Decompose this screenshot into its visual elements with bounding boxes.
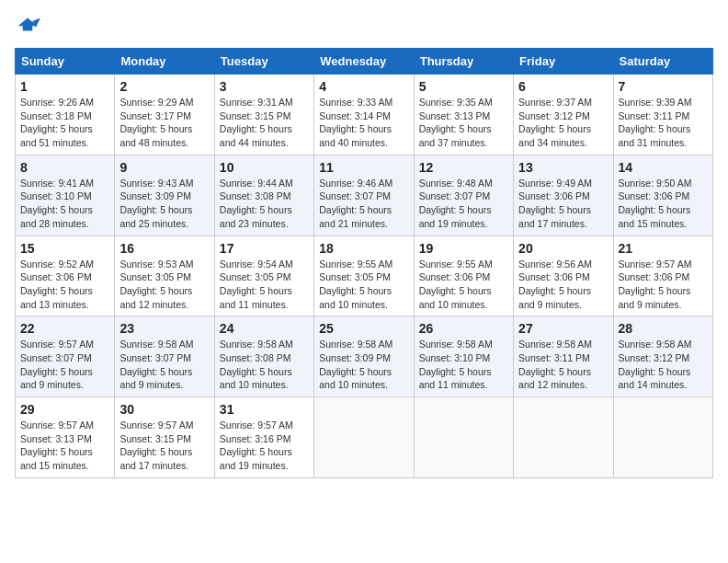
calendar-cell: 29Sunrise: 9:57 AMSunset: 3:13 PMDayligh… <box>16 397 115 478</box>
day-number: 12 <box>419 160 508 175</box>
day-info: Sunrise: 9:46 AMSunset: 3:07 PMDaylight:… <box>319 177 408 231</box>
day-info: Sunrise: 9:58 AMSunset: 3:08 PMDaylight:… <box>220 338 309 392</box>
day-info: Sunrise: 9:57 AMSunset: 3:15 PMDaylight:… <box>119 419 209 473</box>
calendar-cell: 22Sunrise: 9:57 AMSunset: 3:07 PMDayligh… <box>16 316 115 397</box>
calendar-cell: 21Sunrise: 9:57 AMSunset: 3:06 PMDayligh… <box>613 236 712 316</box>
day-info: Sunrise: 9:58 AMSunset: 3:11 PMDaylight:… <box>518 338 608 392</box>
day-number: 31 <box>220 402 309 417</box>
day-info: Sunrise: 9:58 AMSunset: 3:07 PMDaylight:… <box>119 338 209 392</box>
day-number: 18 <box>319 241 408 256</box>
day-number: 8 <box>20 160 109 175</box>
day-number: 7 <box>619 79 708 94</box>
calendar-cell <box>414 397 513 478</box>
day-info: Sunrise: 9:48 AMSunset: 3:07 PMDaylight:… <box>419 177 508 231</box>
calendar-body: 1Sunrise: 9:26 AMSunset: 3:18 PMDaylight… <box>16 75 713 478</box>
day-info: Sunrise: 9:57 AMSunset: 3:06 PMDaylight:… <box>619 258 708 312</box>
calendar-cell: 28Sunrise: 9:58 AMSunset: 3:12 PMDayligh… <box>613 316 712 397</box>
calendar-week-1: 1Sunrise: 9:26 AMSunset: 3:18 PMDaylight… <box>16 75 713 155</box>
calendar-cell: 16Sunrise: 9:53 AMSunset: 3:05 PMDayligh… <box>115 236 214 316</box>
day-info: Sunrise: 9:26 AMSunset: 3:18 PMDaylight:… <box>20 96 109 150</box>
calendar-cell: 20Sunrise: 9:56 AMSunset: 3:06 PMDayligh… <box>514 236 613 316</box>
calendar-cell: 25Sunrise: 9:58 AMSunset: 3:09 PMDayligh… <box>314 316 414 397</box>
day-number: 5 <box>419 79 508 94</box>
day-info: Sunrise: 9:29 AMSunset: 3:17 PMDaylight:… <box>119 96 209 150</box>
calendar-cell <box>514 397 613 478</box>
calendar-week-5: 29Sunrise: 9:57 AMSunset: 3:13 PMDayligh… <box>16 397 713 478</box>
day-info: Sunrise: 9:55 AMSunset: 3:06 PMDaylight:… <box>419 258 508 312</box>
calendar-cell: 9Sunrise: 9:43 AMSunset: 3:09 PMDaylight… <box>115 155 214 236</box>
day-number: 1 <box>20 79 109 94</box>
day-number: 22 <box>20 321 109 336</box>
calendar-cell <box>613 397 712 478</box>
calendar-cell: 4Sunrise: 9:33 AMSunset: 3:14 PMDaylight… <box>314 75 414 155</box>
day-info: Sunrise: 9:58 AMSunset: 3:10 PMDaylight:… <box>419 338 508 392</box>
day-info: Sunrise: 9:56 AMSunset: 3:06 PMDaylight:… <box>518 258 608 312</box>
day-number: 27 <box>518 321 608 336</box>
day-info: Sunrise: 9:58 AMSunset: 3:12 PMDaylight:… <box>619 338 708 392</box>
calendar-cell: 23Sunrise: 9:58 AMSunset: 3:07 PMDayligh… <box>115 316 214 397</box>
day-number: 17 <box>220 241 309 256</box>
calendar-cell: 27Sunrise: 9:58 AMSunset: 3:11 PMDayligh… <box>514 316 613 397</box>
calendar-header: SundayMondayTuesdayWednesdayThursdayFrid… <box>16 49 713 75</box>
day-number: 16 <box>119 241 209 256</box>
calendar-cell: 15Sunrise: 9:52 AMSunset: 3:06 PMDayligh… <box>16 236 115 316</box>
day-number: 30 <box>119 402 209 417</box>
day-info: Sunrise: 9:57 AMSunset: 3:13 PMDaylight:… <box>20 419 109 473</box>
calendar-cell: 18Sunrise: 9:55 AMSunset: 3:05 PMDayligh… <box>314 236 414 316</box>
svg-marker-1 <box>32 18 40 29</box>
calendar-cell: 26Sunrise: 9:58 AMSunset: 3:10 PMDayligh… <box>414 316 513 397</box>
calendar-table: SundayMondayTuesdayWednesdayThursdayFrid… <box>15 48 713 478</box>
day-info: Sunrise: 9:57 AMSunset: 3:07 PMDaylight:… <box>20 338 109 392</box>
logo <box>15 15 44 40</box>
calendar-cell: 19Sunrise: 9:55 AMSunset: 3:06 PMDayligh… <box>414 236 513 316</box>
calendar-cell: 10Sunrise: 9:44 AMSunset: 3:08 PMDayligh… <box>214 155 313 236</box>
day-number: 2 <box>119 79 209 94</box>
day-info: Sunrise: 9:44 AMSunset: 3:08 PMDaylight:… <box>220 177 309 231</box>
day-info: Sunrise: 9:43 AMSunset: 3:09 PMDaylight:… <box>119 177 209 231</box>
calendar-week-4: 22Sunrise: 9:57 AMSunset: 3:07 PMDayligh… <box>16 316 713 397</box>
calendar-week-2: 8Sunrise: 9:41 AMSunset: 3:10 PMDaylight… <box>16 155 713 236</box>
calendar-cell: 5Sunrise: 9:35 AMSunset: 3:13 PMDaylight… <box>414 75 513 155</box>
calendar-week-3: 15Sunrise: 9:52 AMSunset: 3:06 PMDayligh… <box>16 236 713 316</box>
day-info: Sunrise: 9:53 AMSunset: 3:05 PMDaylight:… <box>119 258 209 312</box>
day-number: 23 <box>119 321 209 336</box>
day-number: 15 <box>20 241 109 256</box>
day-number: 21 <box>619 241 708 256</box>
day-info: Sunrise: 9:50 AMSunset: 3:06 PMDaylight:… <box>619 177 708 231</box>
day-info: Sunrise: 9:57 AMSunset: 3:16 PMDaylight:… <box>220 419 309 473</box>
calendar-cell: 14Sunrise: 9:50 AMSunset: 3:06 PMDayligh… <box>613 155 712 236</box>
day-info: Sunrise: 9:41 AMSunset: 3:10 PMDaylight:… <box>20 177 109 231</box>
calendar-cell: 2Sunrise: 9:29 AMSunset: 3:17 PMDaylight… <box>115 75 214 155</box>
weekday-header-wednesday: Wednesday <box>314 49 414 75</box>
day-number: 9 <box>119 160 209 175</box>
calendar-cell: 24Sunrise: 9:58 AMSunset: 3:08 PMDayligh… <box>214 316 313 397</box>
weekday-header-saturday: Saturday <box>613 49 712 75</box>
weekday-row: SundayMondayTuesdayWednesdayThursdayFrid… <box>16 49 713 75</box>
day-info: Sunrise: 9:54 AMSunset: 3:05 PMDaylight:… <box>220 258 309 312</box>
day-info: Sunrise: 9:39 AMSunset: 3:11 PMDaylight:… <box>619 96 708 150</box>
logo-icon <box>15 15 40 40</box>
day-info: Sunrise: 9:49 AMSunset: 3:06 PMDaylight:… <box>518 177 608 231</box>
day-number: 4 <box>319 79 408 94</box>
day-number: 19 <box>419 241 508 256</box>
calendar-cell: 31Sunrise: 9:57 AMSunset: 3:16 PMDayligh… <box>214 397 313 478</box>
calendar-cell: 8Sunrise: 9:41 AMSunset: 3:10 PMDaylight… <box>16 155 115 236</box>
calendar-cell: 7Sunrise: 9:39 AMSunset: 3:11 PMDaylight… <box>613 75 712 155</box>
day-info: Sunrise: 9:55 AMSunset: 3:05 PMDaylight:… <box>319 258 408 312</box>
day-info: Sunrise: 9:58 AMSunset: 3:09 PMDaylight:… <box>319 338 408 392</box>
day-info: Sunrise: 9:35 AMSunset: 3:13 PMDaylight:… <box>419 96 508 150</box>
day-number: 26 <box>419 321 508 336</box>
weekday-header-friday: Friday <box>514 49 613 75</box>
day-number: 6 <box>518 79 608 94</box>
calendar-cell: 6Sunrise: 9:37 AMSunset: 3:12 PMDaylight… <box>514 75 613 155</box>
calendar-cell: 1Sunrise: 9:26 AMSunset: 3:18 PMDaylight… <box>16 75 115 155</box>
day-number: 3 <box>220 79 309 94</box>
day-info: Sunrise: 9:37 AMSunset: 3:12 PMDaylight:… <box>518 96 608 150</box>
calendar-cell: 30Sunrise: 9:57 AMSunset: 3:15 PMDayligh… <box>115 397 214 478</box>
weekday-header-tuesday: Tuesday <box>214 49 313 75</box>
calendar-cell: 13Sunrise: 9:49 AMSunset: 3:06 PMDayligh… <box>514 155 613 236</box>
day-number: 11 <box>319 160 408 175</box>
page-header <box>15 15 713 40</box>
day-number: 20 <box>518 241 608 256</box>
day-number: 28 <box>619 321 708 336</box>
